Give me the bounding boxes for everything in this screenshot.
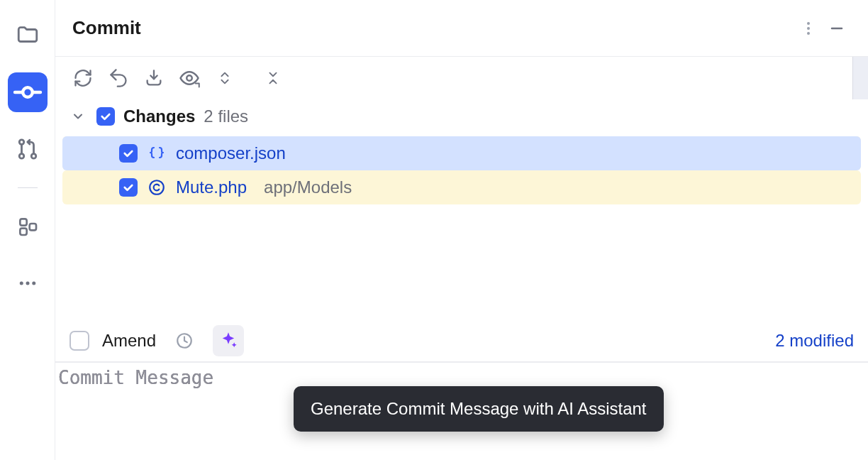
amend-label: Amend xyxy=(102,331,156,351)
svg-rect-8 xyxy=(20,229,26,235)
file-name: composer.json xyxy=(176,143,286,163)
svg-rect-9 xyxy=(29,224,35,230)
file-path: app/Models xyxy=(264,177,352,197)
minimize-icon xyxy=(828,20,845,37)
panel-title: Commit xyxy=(72,17,141,39)
svg-point-10 xyxy=(19,282,23,285)
left-toolstrip xyxy=(0,0,55,460)
chevron-down-icon[interactable] xyxy=(68,106,88,126)
braces-icon xyxy=(148,145,165,162)
more-tools-button[interactable] xyxy=(8,263,48,303)
changes-group-count: 2 files xyxy=(204,106,248,126)
amend-bar: Amend 2 modified xyxy=(55,319,868,362)
ai-generate-button[interactable] xyxy=(213,325,244,356)
ai-generate-tooltip: Generate Commit Message with AI Assistan… xyxy=(294,386,664,432)
more-vertical-icon xyxy=(800,20,817,37)
refresh-button[interactable] xyxy=(69,65,96,92)
history-button[interactable] xyxy=(169,325,200,356)
circle-c-icon xyxy=(148,178,166,197)
commit-node-icon xyxy=(11,75,45,109)
undo-icon xyxy=(108,68,128,88)
expand-icon xyxy=(217,68,233,88)
modified-count[interactable]: 2 modified xyxy=(775,331,854,351)
svg-point-13 xyxy=(807,22,810,25)
panel-header: Commit xyxy=(55,0,868,57)
commit-message-placeholder: Commit Message xyxy=(58,367,213,388)
more-horizontal-icon xyxy=(17,273,38,294)
commit-panel: Commit xyxy=(55,0,868,460)
shelve-button[interactable] xyxy=(140,65,167,92)
svg-rect-7 xyxy=(20,219,26,225)
file-row[interactable]: composer.json xyxy=(62,136,861,170)
download-tray-icon xyxy=(144,68,164,88)
history-icon xyxy=(175,332,194,350)
check-icon xyxy=(99,110,112,123)
collapse-all-button[interactable] xyxy=(260,65,286,92)
changes-group-row[interactable]: Changes 2 files xyxy=(62,99,861,133)
project-tool-button[interactable] xyxy=(8,16,48,55)
panel-options-button[interactable] xyxy=(794,14,823,43)
structure-icon xyxy=(16,215,39,238)
file-row[interactable]: Mute.php app/Models xyxy=(62,170,861,204)
check-icon xyxy=(122,181,135,194)
commit-toolbar xyxy=(55,57,868,99)
preview-diff-button[interactable] xyxy=(176,65,203,92)
vcs-tool-button[interactable] xyxy=(8,72,48,112)
file-name: Mute.php xyxy=(176,177,247,197)
file-checkbox[interactable] xyxy=(119,178,138,197)
svg-point-11 xyxy=(26,282,29,285)
check-icon xyxy=(122,147,135,160)
amend-checkbox[interactable] xyxy=(69,331,89,351)
changes-group-checkbox[interactable] xyxy=(96,107,115,126)
eye-icon xyxy=(179,67,200,89)
class-file-icon xyxy=(148,178,166,197)
svg-point-18 xyxy=(150,180,164,195)
panel-minimize-button[interactable] xyxy=(823,14,851,43)
svg-point-15 xyxy=(807,32,810,35)
rollback-button[interactable] xyxy=(105,65,132,92)
right-gutter-marker xyxy=(852,57,868,99)
svg-point-1 xyxy=(23,87,33,97)
svg-point-17 xyxy=(187,75,192,81)
svg-point-12 xyxy=(32,282,35,285)
sparkle-icon xyxy=(218,331,238,351)
folder-icon xyxy=(16,23,40,48)
changes-group-title: Changes xyxy=(123,106,195,126)
expand-all-button[interactable] xyxy=(211,65,238,92)
json-file-icon xyxy=(148,144,166,163)
pull-request-icon xyxy=(16,137,40,161)
left-toolstrip-divider xyxy=(18,187,38,188)
svg-point-14 xyxy=(807,27,810,30)
changes-tree: Changes 2 files composer.json xyxy=(55,99,868,204)
structure-tool-button[interactable] xyxy=(8,207,48,246)
file-checkbox[interactable] xyxy=(119,144,138,163)
collapse-icon xyxy=(265,68,281,88)
refresh-icon xyxy=(73,68,93,88)
pull-requests-tool-button[interactable] xyxy=(8,129,48,169)
